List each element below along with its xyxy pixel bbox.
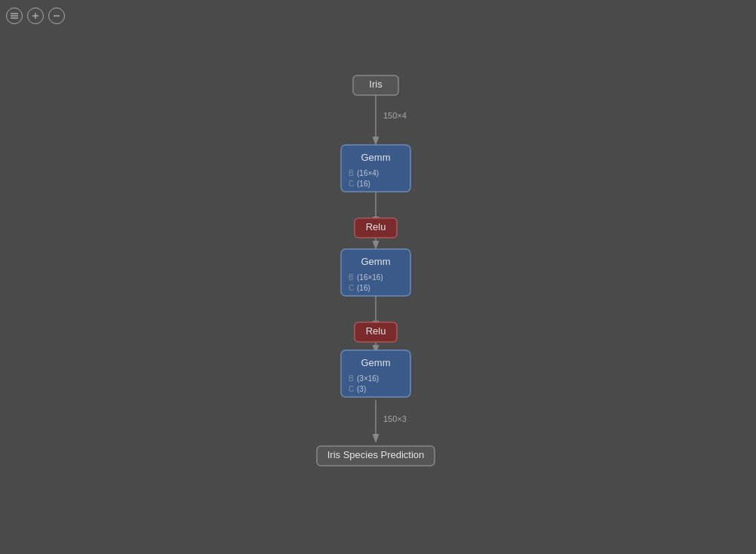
node-gemm3[interactable]: Gemm B (3×16) C (3) <box>341 350 410 397</box>
node-relu1[interactable]: Relu <box>355 218 397 238</box>
svg-text:C: C <box>349 284 354 292</box>
graph-canvas: 150×4 150×3 Iris Gemm B (16×4) C (16) Re… <box>0 0 756 554</box>
svg-text:Iris: Iris <box>369 78 383 90</box>
edge-label-iris-gemm1: 150×4 <box>383 111 407 120</box>
zoom-in-button[interactable] <box>27 8 44 24</box>
svg-text:Gemm: Gemm <box>361 152 391 163</box>
svg-text:Relu: Relu <box>366 221 386 232</box>
svg-text:(3): (3) <box>357 385 366 393</box>
svg-text:C: C <box>349 180 354 188</box>
svg-text:Relu: Relu <box>366 325 386 337</box>
node-gemm2[interactable]: Gemm B (16×16) C (16) <box>341 249 410 296</box>
svg-text:(3×16): (3×16) <box>357 374 379 383</box>
svg-text:C: C <box>349 385 354 393</box>
menu-button[interactable] <box>6 8 23 24</box>
svg-text:(16×4): (16×4) <box>357 169 379 177</box>
zoom-out-button[interactable] <box>48 8 65 24</box>
svg-text:(16×16): (16×16) <box>357 273 383 282</box>
edge-label-gemm3-irispred: 150×3 <box>383 414 407 423</box>
svg-text:Gemm: Gemm <box>361 357 391 368</box>
node-iris[interactable]: Iris <box>353 75 398 95</box>
svg-text:(16): (16) <box>357 284 370 292</box>
svg-text:Iris Species Prediction: Iris Species Prediction <box>327 449 425 460</box>
svg-text:B: B <box>349 273 354 282</box>
node-relu2[interactable]: Relu <box>355 322 397 342</box>
node-iris-species-prediction[interactable]: Iris Species Prediction <box>317 446 435 466</box>
toolbar <box>6 8 65 24</box>
node-gemm1[interactable]: Gemm B (16×4) C (16) <box>341 145 410 192</box>
svg-text:Gemm: Gemm <box>361 256 391 267</box>
svg-text:B: B <box>349 374 354 383</box>
svg-text:(16): (16) <box>357 180 370 188</box>
svg-text:B: B <box>349 169 354 177</box>
